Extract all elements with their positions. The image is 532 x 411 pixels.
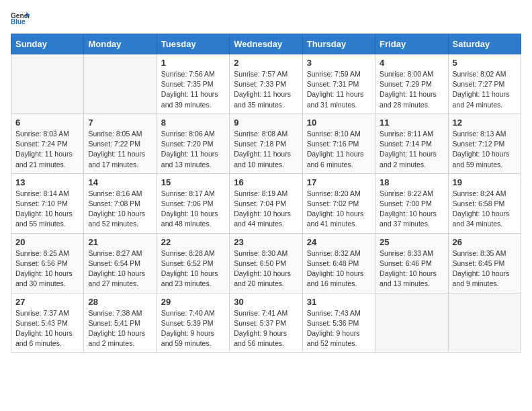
day-number: 25	[380, 237, 443, 247]
day-number: 28	[88, 297, 152, 307]
calendar-cell: 15Sunrise: 8:17 AMSunset: 7:06 PMDayligh…	[157, 173, 229, 233]
day-number: 27	[15, 297, 79, 307]
cell-info: Sunrise: 7:43 AMSunset: 5:36 PMDaylight:…	[307, 308, 371, 349]
day-number: 17	[307, 177, 371, 187]
day-number: 11	[380, 118, 443, 128]
cell-info: Sunrise: 8:13 AMSunset: 7:12 PMDaylight:…	[453, 129, 517, 170]
calendar-cell: 25Sunrise: 8:33 AMSunset: 6:46 PMDayligh…	[375, 233, 448, 293]
cell-info: Sunrise: 8:03 AMSunset: 7:24 PMDaylight:…	[15, 129, 79, 170]
calendar-cell: 1Sunrise: 7:56 AMSunset: 7:35 PMDaylight…	[157, 54, 229, 114]
calendar-cell	[84, 54, 157, 114]
cell-info: Sunrise: 8:11 AMSunset: 7:14 PMDaylight:…	[380, 129, 443, 170]
calendar-cell: 6Sunrise: 8:03 AMSunset: 7:24 PMDaylight…	[11, 113, 84, 173]
calendar-cell: 17Sunrise: 8:20 AMSunset: 7:02 PMDayligh…	[302, 173, 375, 233]
day-number: 5	[453, 58, 517, 68]
day-number: 22	[161, 237, 225, 247]
cell-info: Sunrise: 8:05 AMSunset: 7:22 PMDaylight:…	[88, 129, 152, 170]
cell-info: Sunrise: 8:22 AMSunset: 7:00 PMDaylight:…	[380, 189, 443, 230]
day-number: 23	[234, 237, 298, 247]
cell-info: Sunrise: 8:24 AMSunset: 6:58 PMDaylight:…	[453, 189, 517, 230]
calendar-cell: 23Sunrise: 8:30 AMSunset: 6:50 PMDayligh…	[230, 233, 302, 293]
cell-info: Sunrise: 8:19 AMSunset: 7:04 PMDaylight:…	[234, 189, 298, 230]
cell-info: Sunrise: 7:41 AMSunset: 5:37 PMDaylight:…	[234, 308, 298, 349]
day-header-thursday: Thursday	[302, 34, 375, 54]
calendar-cell: 21Sunrise: 8:27 AMSunset: 6:54 PMDayligh…	[84, 233, 157, 293]
calendar-cell: 28Sunrise: 7:38 AMSunset: 5:41 PMDayligh…	[84, 293, 157, 353]
day-header-sunday: Sunday	[11, 34, 84, 54]
day-number: 10	[307, 118, 371, 128]
calendar-cell	[448, 293, 521, 353]
calendar-table: SundayMondayTuesdayWednesdayThursdayFrid…	[11, 34, 521, 353]
cell-info: Sunrise: 8:20 AMSunset: 7:02 PMDaylight:…	[307, 189, 371, 230]
calendar-cell: 26Sunrise: 8:35 AMSunset: 6:45 PMDayligh…	[448, 233, 521, 293]
day-number: 1	[161, 58, 225, 68]
calendar-cell: 29Sunrise: 7:40 AMSunset: 5:39 PMDayligh…	[157, 293, 229, 353]
day-header-monday: Monday	[84, 34, 157, 54]
day-number: 20	[15, 237, 79, 247]
calendar-cell: 4Sunrise: 8:00 AMSunset: 7:29 PMDaylight…	[375, 54, 448, 114]
day-number: 8	[161, 118, 225, 128]
calendar-cell: 10Sunrise: 8:10 AMSunset: 7:16 PMDayligh…	[302, 113, 375, 173]
cell-info: Sunrise: 7:59 AMSunset: 7:31 PMDaylight:…	[307, 69, 371, 110]
calendar-cell	[375, 293, 448, 353]
day-number: 4	[380, 58, 443, 68]
calendar-cell: 7Sunrise: 8:05 AMSunset: 7:22 PMDaylight…	[84, 113, 157, 173]
calendar-cell: 22Sunrise: 8:28 AMSunset: 6:52 PMDayligh…	[157, 233, 229, 293]
cell-info: Sunrise: 8:06 AMSunset: 7:20 PMDaylight:…	[161, 129, 225, 170]
calendar-cell: 3Sunrise: 7:59 AMSunset: 7:31 PMDaylight…	[302, 54, 375, 114]
calendar-cell: 13Sunrise: 8:14 AMSunset: 7:10 PMDayligh…	[11, 173, 84, 233]
day-number: 9	[234, 118, 298, 128]
day-number: 19	[453, 177, 517, 187]
logo-icon: General Blue	[11, 11, 30, 26]
day-number: 31	[307, 297, 371, 307]
cell-info: Sunrise: 7:56 AMSunset: 7:35 PMDaylight:…	[161, 69, 225, 110]
cell-info: Sunrise: 8:30 AMSunset: 6:50 PMDaylight:…	[234, 248, 298, 289]
day-header-wednesday: Wednesday	[230, 34, 302, 54]
calendar-cell: 20Sunrise: 8:25 AMSunset: 6:56 PMDayligh…	[11, 233, 84, 293]
day-header-saturday: Saturday	[448, 34, 521, 54]
svg-text:Blue: Blue	[11, 18, 26, 26]
cell-info: Sunrise: 8:08 AMSunset: 7:18 PMDaylight:…	[234, 129, 298, 170]
cell-info: Sunrise: 8:00 AMSunset: 7:29 PMDaylight:…	[380, 69, 443, 110]
cell-info: Sunrise: 7:37 AMSunset: 5:43 PMDaylight:…	[15, 308, 79, 349]
day-number: 26	[453, 237, 517, 247]
day-header-friday: Friday	[375, 34, 448, 54]
cell-info: Sunrise: 7:40 AMSunset: 5:39 PMDaylight:…	[161, 308, 225, 349]
cell-info: Sunrise: 8:25 AMSunset: 6:56 PMDaylight:…	[15, 248, 79, 289]
day-number: 18	[380, 177, 443, 187]
day-number: 2	[234, 58, 298, 68]
calendar-cell: 14Sunrise: 8:16 AMSunset: 7:08 PMDayligh…	[84, 173, 157, 233]
calendar-cell: 11Sunrise: 8:11 AMSunset: 7:14 PMDayligh…	[375, 113, 448, 173]
day-number: 13	[15, 177, 79, 187]
day-number: 3	[307, 58, 371, 68]
calendar-cell: 19Sunrise: 8:24 AMSunset: 6:58 PMDayligh…	[448, 173, 521, 233]
cell-info: Sunrise: 8:33 AMSunset: 6:46 PMDaylight:…	[380, 248, 443, 289]
calendar-cell: 5Sunrise: 8:02 AMSunset: 7:27 PMDaylight…	[448, 54, 521, 114]
cell-info: Sunrise: 8:32 AMSunset: 6:48 PMDaylight:…	[307, 248, 371, 289]
cell-info: Sunrise: 8:16 AMSunset: 7:08 PMDaylight:…	[88, 189, 152, 230]
day-number: 15	[161, 177, 225, 187]
day-number: 24	[307, 237, 371, 247]
cell-info: Sunrise: 7:57 AMSunset: 7:33 PMDaylight:…	[234, 69, 298, 110]
calendar-cell: 2Sunrise: 7:57 AMSunset: 7:33 PMDaylight…	[230, 54, 302, 114]
cell-info: Sunrise: 7:38 AMSunset: 5:41 PMDaylight:…	[88, 308, 152, 349]
cell-info: Sunrise: 8:02 AMSunset: 7:27 PMDaylight:…	[453, 69, 517, 110]
logo: General Blue	[11, 11, 30, 26]
cell-info: Sunrise: 8:10 AMSunset: 7:16 PMDaylight:…	[307, 129, 371, 170]
calendar-cell: 30Sunrise: 7:41 AMSunset: 5:37 PMDayligh…	[230, 293, 302, 353]
calendar-cell: 27Sunrise: 7:37 AMSunset: 5:43 PMDayligh…	[11, 293, 84, 353]
day-number: 14	[88, 177, 152, 187]
day-header-tuesday: Tuesday	[157, 34, 229, 54]
day-number: 6	[15, 118, 79, 128]
calendar-cell: 16Sunrise: 8:19 AMSunset: 7:04 PMDayligh…	[230, 173, 302, 233]
page-header: General Blue	[11, 11, 521, 26]
calendar-cell: 8Sunrise: 8:06 AMSunset: 7:20 PMDaylight…	[157, 113, 229, 173]
calendar-cell	[11, 54, 84, 114]
calendar-cell: 12Sunrise: 8:13 AMSunset: 7:12 PMDayligh…	[448, 113, 521, 173]
cell-info: Sunrise: 8:27 AMSunset: 6:54 PMDaylight:…	[88, 248, 152, 289]
calendar-cell: 18Sunrise: 8:22 AMSunset: 7:00 PMDayligh…	[375, 173, 448, 233]
cell-info: Sunrise: 8:35 AMSunset: 6:45 PMDaylight:…	[453, 248, 517, 289]
day-number: 12	[453, 118, 517, 128]
day-number: 29	[161, 297, 225, 307]
calendar-cell: 31Sunrise: 7:43 AMSunset: 5:36 PMDayligh…	[302, 293, 375, 353]
